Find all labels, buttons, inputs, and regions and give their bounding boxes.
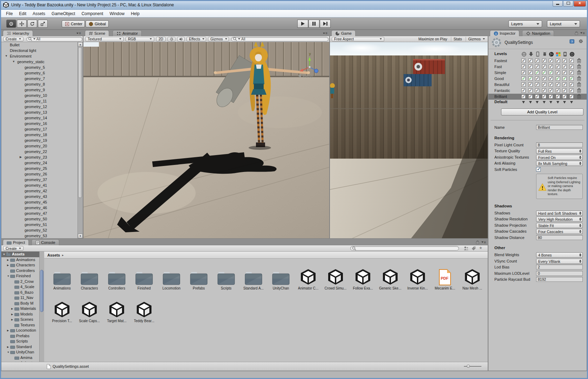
search-by-type-icon[interactable]: [464, 246, 469, 251]
asset-item[interactable]: Teddy Bear...: [130, 298, 158, 323]
quality-checkbox[interactable]: ✓: [562, 94, 567, 99]
asset-item[interactable]: Prefabs: [185, 266, 212, 290]
quality-checkbox[interactable]: ✓: [569, 82, 574, 87]
search-by-label-icon[interactable]: [471, 246, 476, 251]
stats-toggle[interactable]: Stats: [451, 37, 464, 41]
quality-checkbox[interactable]: ✓: [562, 82, 567, 87]
hierarchy-create-dropdown[interactable]: Create: [3, 37, 23, 41]
quality-checkbox[interactable]: ✓: [521, 82, 526, 87]
quality-checkbox[interactable]: ✓: [521, 94, 526, 99]
tab-animator[interactable]: Animator: [113, 30, 142, 36]
hierarchy-item[interactable]: geometry_41: [1, 182, 78, 188]
hierarchy-item[interactable]: geometry_24: [1, 160, 78, 166]
quality-checkbox[interactable]: ✓: [528, 65, 533, 69]
expand-right-icon[interactable]: ▶: [11, 312, 14, 317]
delete-level-icon[interactable]: [577, 70, 581, 75]
expand-down-icon[interactable]: ▼: [3, 252, 6, 257]
quality-checkbox[interactable]: ✓: [535, 59, 539, 63]
hierarchy-panel-menu[interactable]: ≡: [76, 31, 81, 35]
project-tree-item[interactable]: ▶Standard: [1, 344, 39, 350]
quality-checkbox[interactable]: ✓: [528, 59, 533, 63]
project-tree-item[interactable]: Textures: [1, 323, 39, 328]
scene-gizmos-dropdown[interactable]: Gizmos: [208, 37, 229, 41]
hierarchy-item[interactable]: geometry_13: [1, 109, 78, 115]
hierarchy-item[interactable]: geometry_17: [1, 126, 78, 132]
default-quality-dropdown[interactable]: [563, 101, 566, 104]
quality-checkbox[interactable]: ✓: [549, 59, 553, 63]
project-tree-item[interactable]: ▶Characters: [1, 262, 39, 268]
hierarchy-item[interactable]: geometry_25: [1, 166, 78, 171]
default-quality-dropdown[interactable]: [549, 101, 552, 104]
hierarchy-item[interactable]: geometry_14: [1, 115, 78, 121]
quality-checkbox[interactable]: ✓: [562, 65, 567, 69]
quality-checkbox[interactable]: ✓: [542, 59, 546, 63]
quality-checkbox[interactable]: ✓: [556, 77, 560, 81]
asset-item[interactable]: Scripts: [212, 266, 240, 290]
quality-level-row[interactable]: Beautiful✓✓✓✓✓✓✓✓: [488, 82, 587, 88]
project-tree-item[interactable]: Controllers: [1, 268, 39, 274]
quality-checkbox[interactable]: ✓: [528, 82, 533, 87]
expand-right-icon[interactable]: ▶: [7, 344, 10, 350]
value-dropdown[interactable]: 8x Multi Sampling: [536, 161, 583, 166]
project-tree-item[interactable]: 4_Scale: [1, 284, 39, 290]
quality-level-row[interactable]: Fantastic✓✓✓✓✓✓✓✓: [488, 88, 587, 94]
quality-checkbox[interactable]: ✓: [521, 65, 526, 69]
asset-item[interactable]: Characters: [76, 266, 103, 290]
project-tree-item[interactable]: ▶Locomotion: [1, 328, 39, 333]
menu-item-gameobject[interactable]: GameObject: [48, 11, 78, 17]
quality-checkbox[interactable]: ✓: [569, 88, 574, 93]
quality-checkbox[interactable]: ✓: [549, 65, 553, 69]
hierarchy-item[interactable]: geometry_45: [1, 199, 78, 205]
layers-dropdown[interactable]: Layers: [508, 20, 542, 27]
scroll-up-icon[interactable]: ▲: [78, 42, 83, 47]
hierarchy-item[interactable]: geometry_9: [1, 87, 78, 93]
expand-down-icon[interactable]: ▼: [7, 273, 10, 279]
delete-level-icon[interactable]: [577, 88, 581, 93]
quality-checkbox[interactable]: ✓: [521, 77, 526, 81]
quality-checkbox[interactable]: ✓: [535, 71, 539, 75]
tab-console[interactable]: Console: [32, 239, 59, 245]
hierarchy-item[interactable]: geometry_51: [1, 222, 78, 227]
asset-item[interactable]: Controllers: [103, 266, 130, 290]
hierarchy-item[interactable]: geometry_18: [1, 132, 78, 138]
delete-level-icon[interactable]: [577, 64, 581, 69]
quality-checkbox[interactable]: ✓: [562, 71, 567, 75]
hierarchy-item[interactable]: geometry_26: [1, 171, 78, 177]
help-book-icon[interactable]: ?: [569, 39, 575, 44]
project-create-dropdown[interactable]: Create: [3, 246, 23, 251]
project-tree-item[interactable]: ▼Finished: [1, 273, 39, 279]
pause-button[interactable]: [309, 20, 319, 28]
quality-checkbox[interactable]: ✓: [556, 88, 560, 93]
project-search-input[interactable]: [350, 246, 459, 251]
tab-project[interactable]: Project: [3, 239, 29, 245]
maximize-on-play-toggle[interactable]: Maximize on Play: [416, 37, 449, 41]
soft-particles-checkbox[interactable]: ✓: [536, 167, 541, 172]
audio-toggle-button[interactable]: [177, 37, 185, 41]
effects-dropdown[interactable]: Effects: [187, 37, 206, 41]
value-field[interactable]: 8: [536, 142, 583, 147]
quality-checkbox[interactable]: ✓: [528, 71, 533, 75]
value-dropdown[interactable]: Stable Fit: [536, 223, 583, 228]
project-tree-item[interactable]: Body M: [1, 301, 39, 306]
lock-icon[interactable]: [475, 240, 480, 244]
expand-down-icon[interactable]: ▼: [5, 53, 8, 59]
quality-checkbox[interactable]: ✓: [542, 65, 546, 69]
view-tool-button[interactable]: [6, 20, 16, 28]
value-dropdown[interactable]: 4 Bones: [536, 252, 583, 258]
rotate-tool-button[interactable]: [27, 20, 37, 28]
restore-button[interactable]: [563, 0, 573, 7]
hierarchy-item[interactable]: geometry_19: [1, 138, 78, 143]
quality-checkbox[interactable]: ✓: [528, 77, 533, 81]
asset-item[interactable]: Standard A...: [240, 266, 267, 290]
expand-down-icon[interactable]: ▼: [7, 350, 10, 355]
color-mode-dropdown[interactable]: RGB: [126, 37, 154, 41]
breadcrumb[interactable]: Assets ▸: [44, 252, 488, 259]
value-dropdown[interactable]: Four Cascades: [536, 229, 583, 234]
hierarchy-item[interactable]: geometry_16: [1, 121, 78, 126]
expand-right-icon[interactable]: ▶: [20, 154, 22, 160]
delete-level-icon[interactable]: [577, 94, 581, 99]
default-quality-dropdown[interactable]: [543, 101, 546, 104]
hierarchy-item[interactable]: ▼geometry_static: [1, 59, 78, 65]
quality-checkbox[interactable]: ✓: [562, 77, 567, 81]
asset-item[interactable]: Generic Ske...: [377, 266, 404, 290]
